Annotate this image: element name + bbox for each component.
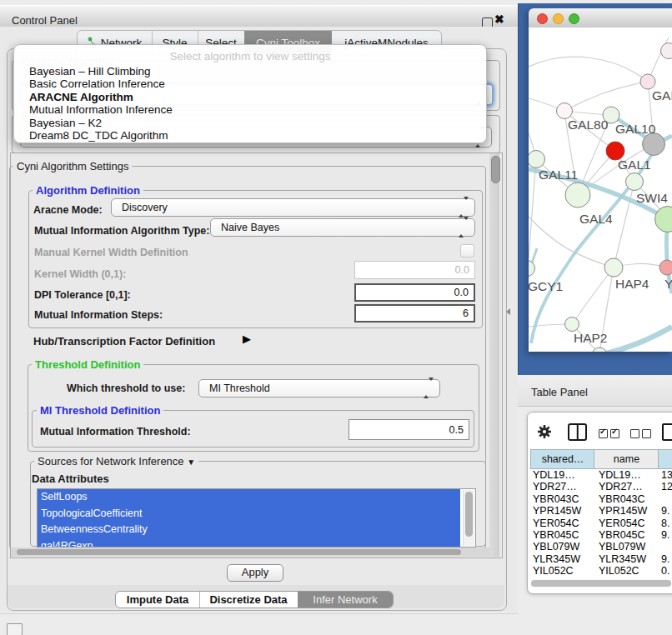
horizontal-scrollbar-thumb[interactable] [17,549,461,555]
network-node[interactable] [565,318,579,332]
dropdown-item[interactable]: ARACNE Algorithm [29,91,133,103]
dropdown-placeholder: Select algorithm to view settings [14,50,486,62]
dpi-tolerance-field[interactable]: 0.0 [354,283,475,302]
table-cell: YBL079W [599,541,645,552]
dropdown-item[interactable]: Dream8 DC_TDC Algorithm [29,129,168,142]
network-node[interactable] [565,182,590,208]
network-window-titlebar[interactable] [529,8,672,28]
dropdown-item[interactable]: Mutual Information Inference [29,103,173,116]
node-label: HAP2 [574,331,608,345]
table-cell: YLR345W [533,553,580,565]
data-attribute-item[interactable]: SelfLoops [38,489,460,506]
algorithm-dropdown[interactable]: Select algorithm to view settings Bayesi… [13,44,487,143]
network-node[interactable] [643,133,665,156]
table-cell: YER054C [533,518,579,529]
tab-impute-data[interactable]: Impute Data [116,592,200,608]
network-node[interactable] [659,260,672,275]
close-traffic-light[interactable] [537,13,548,24]
dropdown-item[interactable]: Basic Correlation Inference [29,78,165,90]
aracne-mode-combo[interactable]: Discovery [111,198,475,217]
control-panel-titlebar: Control Panel ✖ [0,5,518,28]
column-header-name[interactable]: name [594,449,659,469]
dropdown-item[interactable]: Bayesian – Hill Climbing [29,65,151,78]
network-window: GAL7GAL80GAL10GAL1GAL11SWI4GAL4HAP4YGCY1… [529,8,672,352]
mi-threshold-field[interactable]: 0.5 [349,419,469,440]
tab-discretize-data[interactable]: Discretize Data [199,592,298,608]
network-canvas[interactable]: GAL7GAL80GAL10GAL1GAL11SWI4GAL4HAP4YGCY1… [529,28,672,352]
network-edge[interactable] [564,82,648,111]
algorithm-definition-title: Algorithm Definition [33,184,143,197]
sources-collapse-arrow-icon[interactable]: ▼ [187,458,195,467]
which-threshold-combo[interactable]: MI Threshold [198,379,440,398]
data-attributes-label: Data Attributes [32,472,109,485]
table-scrollbar-thumb[interactable] [531,580,671,587]
column-header-shared-name[interactable]: shared… [530,449,595,469]
aracne-mode-label: Aracne Mode: [33,204,103,216]
dropdown-item[interactable]: Bayesian – K2 [29,117,102,129]
table-cell: YDR27… [533,481,577,492]
apply-button[interactable]: Apply [227,564,283,582]
network-node[interactable] [604,258,623,277]
table-cell: YIL052C [533,565,574,577]
minimize-traffic-light[interactable] [553,13,564,24]
table-panel-header: Table Panel [518,375,672,407]
network-node[interactable] [557,103,573,119]
column-layout-icon[interactable] [568,423,587,441]
node-label: SWI4 [636,191,668,205]
network-node[interactable] [529,151,545,168]
mi-threshold-title: MI Threshold Definition [37,404,163,417]
table-cell: YDR27… [599,481,643,492]
splitter-collapse-icon[interactable] [506,308,510,315]
network-edge[interactable] [599,327,672,352]
mi-type-combo[interactable]: Naive Bayes [210,218,475,237]
vertical-scrollbar-thumb[interactable] [491,156,500,183]
node-label: GAL7 [652,88,672,102]
network-node[interactable] [655,207,672,232]
close-icon[interactable]: ✖ [494,12,504,26]
control-panel-title: Control Panel [12,14,78,27]
table-cell: YBR043C [599,493,645,505]
kernel-width-label: Kernel Width (0,1): [34,268,126,280]
table-cell: YBR045C [599,529,645,541]
table-panel-title: Table Panel [531,386,588,398]
network-edge[interactable] [529,57,648,82]
mi-steps-field[interactable]: 6 [354,304,475,322]
table-cell: 13 [661,469,672,481]
kernel-width-field[interactable]: 0.0 [354,261,475,279]
data-attribute-item[interactable]: gal4RGexp [38,538,460,548]
table-cell: YDL19… [599,469,641,481]
gear-icon[interactable] [537,424,552,442]
list-scrollbar[interactable] [463,490,474,546]
export-table-icon[interactable] [662,423,672,441]
zoom-traffic-light[interactable] [569,13,579,24]
table-horizontal-scrollbar[interactable] [530,578,672,588]
network-node[interactable] [626,173,644,191]
table-cell: 8. [661,518,669,529]
manual-kernel-checkbox[interactable] [460,244,474,258]
tab-infer-network[interactable]: Infer Network [298,592,393,608]
collapsed-panel-icon[interactable] [7,623,23,635]
select-all-columns-icon[interactable]: ✓✓ [599,427,619,442]
node-label: Y [664,277,672,291]
network-node[interactable] [640,74,655,89]
hub-expand-arrow-icon[interactable]: ▶ [243,332,251,345]
table-cell: 0. [661,565,669,577]
table-cell: YLR345W [599,553,646,565]
node-label: GCY1 [529,279,563,293]
network-edge[interactable] [529,159,536,258]
column-header-partial[interactable] [658,449,672,469]
manual-kernel-label: Manual Kernel Width Definition [34,247,188,258]
hub-definition-label: Hub/Transcription Factor Definition [33,335,215,348]
deselect-all-columns-icon[interactable] [630,427,651,442]
data-attribute-item[interactable]: TopologicalCoefficient [38,506,460,522]
dpi-tolerance-label: DPI Tolerance [0,1]: [34,289,131,301]
network-node[interactable] [661,43,672,59]
data-attribute-item[interactable]: BetweennessCentrality [38,522,460,538]
vertical-scrollbar[interactable] [489,153,499,557]
data-attributes-list[interactable]: SelfLoopsTopologicalCoefficientBetweenne… [37,488,476,548]
network-node[interactable] [529,261,535,277]
network-edge[interactable] [572,268,614,324]
table-cell: YPR145W [533,505,581,517]
sources-title: Sources for Network Inference ▼ [34,455,198,468]
node-label: GAL1 [618,158,651,172]
